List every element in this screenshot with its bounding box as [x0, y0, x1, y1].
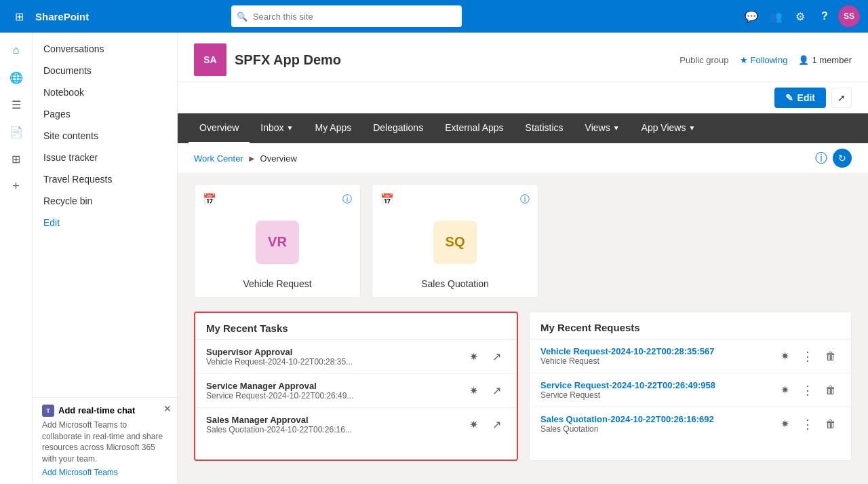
task-external-button-1[interactable]: ↗ — [487, 381, 506, 401]
site-header-right: Public group ★ Following 👤 1 member — [679, 55, 852, 65]
breadcrumb-info-icon[interactable]: ⓘ — [815, 150, 827, 166]
sidebar-item-site-contents[interactable]: Site contents — [33, 125, 177, 147]
settings-icon: ⚙ — [795, 10, 805, 23]
following-label: Following — [751, 55, 788, 65]
plus-icon-button[interactable]: + — [4, 174, 28, 198]
doc-icon-button[interactable]: 📄 — [4, 119, 28, 144]
tab-external-apps[interactable]: External Apps — [434, 113, 514, 143]
app-avatar-vr: VR — [256, 221, 299, 264]
social-nav-button[interactable]: 👥 — [765, 5, 787, 27]
sidebar-edit-link[interactable]: Edit — [33, 212, 177, 234]
task-external-button-0[interactable]: ↗ — [487, 348, 506, 367]
site-title: SPFX App Demo — [235, 52, 341, 68]
grid-icon-button[interactable]: ⊞ — [8, 5, 30, 27]
info-icon-sq[interactable]: ⓘ — [520, 193, 530, 206]
request-delete-button-1[interactable]: 🗑 — [821, 381, 840, 400]
task-item-text-2: Sales Manager Approval Sales Quotation-2… — [206, 415, 352, 434]
tab-delegations[interactable]: Delegations — [362, 113, 434, 143]
request-menu-button-1[interactable]: ⋮ — [798, 381, 817, 400]
tab-my-apps[interactable]: My Apps — [304, 113, 363, 143]
request-menu-icon-2: ⋮ — [802, 417, 814, 432]
teams-add-link[interactable]: Add Microsoft Teams — [42, 468, 118, 477]
task-gear-button-2[interactable]: ✷ — [464, 415, 483, 434]
gear-task-icon-2: ✷ — [469, 418, 478, 431]
request-link-1[interactable]: Service Request-2024-10-22T00:26:49:958 — [540, 380, 715, 390]
request-delete-button-0[interactable]: 🗑 — [821, 347, 840, 366]
breadcrumb-bar: Work Center ► Overview ⓘ ↻ — [178, 143, 868, 173]
app-card-vehicle-request[interactable]: 📅 ⓘ VR Vehicle Request — [194, 184, 361, 298]
expand-button[interactable]: ➚ — [831, 88, 852, 108]
tab-app-views[interactable]: App Views ▼ — [631, 113, 707, 143]
request-gear-icon-1: ✷ — [781, 384, 789, 396]
teams-notification: ✕ T Add real-time chat Add Microsoft Tea… — [33, 397, 177, 484]
edit-area: ✎ Edit ➚ — [178, 82, 868, 113]
request-gear-button-0[interactable]: ✷ — [775, 347, 794, 366]
sidebar-item-travel-requests[interactable]: Travel Requests — [33, 168, 177, 190]
sidebar-item-documents[interactable]: Documents — [33, 60, 177, 81]
breadcrumb-parent-link[interactable]: Work Center — [194, 153, 243, 164]
task-gear-button-1[interactable]: ✷ — [464, 381, 483, 401]
request-gear-button-2[interactable]: ✷ — [775, 415, 794, 434]
task-value-2: Sales Quotation-2024-10-22T00:26:16... — [206, 425, 352, 434]
teams-icon: T — [42, 405, 54, 417]
home-icon-button[interactable]: ⌂ — [4, 38, 28, 62]
tab-views[interactable]: Views ▼ — [574, 113, 631, 143]
grid-icon: ⊞ — [15, 10, 24, 23]
sidebar-item-issue-tracker[interactable]: Issue tracker — [33, 147, 177, 168]
task-item-1: Service Manager Approval Service Request… — [195, 374, 517, 408]
app-card-title-sq: Sales Quotation — [421, 278, 489, 289]
app-card-sales-quotation[interactable]: 📅 ⓘ SQ Sales Quotation — [372, 184, 538, 298]
request-menu-button-2[interactable]: ⋮ — [798, 415, 817, 434]
nav-right: 💬 👥 ⚙ ? SS — [741, 5, 860, 27]
request-actions-2: ✷ ⋮ 🗑 — [775, 415, 840, 434]
list-icon-button[interactable]: ☰ — [4, 92, 28, 117]
chat-nav-button[interactable]: 💬 — [741, 5, 762, 27]
search-icon: 🔍 — [237, 12, 248, 22]
grid-left-icon-button[interactable]: ⊞ — [4, 147, 28, 171]
member-count: 1 member — [812, 55, 852, 65]
request-item-1: Service Request-2024-10-22T00:26:49:958 … — [530, 373, 851, 407]
recent-tasks-panel: My Recent Tasks Supervisor Approval Vehi… — [194, 312, 518, 461]
search-input[interactable] — [231, 5, 462, 27]
request-link-0[interactable]: Vehicle Request-2024-10-22T00:28:35:567 — [540, 346, 715, 356]
task-external-button-2[interactable]: ↗ — [487, 415, 506, 434]
app-card-top-sq: 📅 ⓘ — [380, 193, 530, 206]
tab-bar: Overview Inbox ▼ My Apps Delegations Ext… — [178, 113, 868, 143]
request-menu-button-0[interactable]: ⋮ — [798, 347, 817, 366]
sidebar-item-recycle-bin[interactable]: Recycle bin — [33, 190, 177, 212]
help-nav-button[interactable]: ? — [814, 5, 835, 27]
request-delete-button-2[interactable]: 🗑 — [821, 415, 840, 434]
user-avatar[interactable]: SS — [838, 5, 860, 27]
teams-close-button[interactable]: ✕ — [163, 403, 172, 414]
info-icon-vr[interactable]: ⓘ — [342, 193, 352, 206]
task-item-2: Sales Manager Approval Sales Quotation-2… — [195, 408, 517, 441]
sidebar-item-pages[interactable]: Pages — [33, 103, 177, 125]
tab-statistics[interactable]: Statistics — [515, 113, 574, 143]
app-cards: 📅 ⓘ VR Vehicle Request 📅 ⓘ SQ Sales Quot… — [194, 184, 852, 298]
panels-row: My Recent Tasks Supervisor Approval Vehi… — [194, 312, 852, 461]
request-link-2[interactable]: Sales Quotation-2024-10-22T00:26:16:692 — [540, 414, 714, 424]
tab-overview[interactable]: Overview — [189, 113, 250, 143]
task-gear-button-0[interactable]: ✷ — [464, 348, 483, 367]
following-button[interactable]: ★ Following — [740, 55, 788, 65]
top-nav: ⊞ SharePoint 🔍 💬 👥 ⚙ ? SS — [0, 0, 868, 33]
task-item-text-1: Service Manager Approval Service Request… — [206, 381, 353, 401]
sidebar-item-conversations[interactable]: Conversations — [33, 38, 177, 60]
site-logo: SA — [194, 43, 226, 76]
list-icon: ☰ — [12, 98, 21, 111]
settings-nav-button[interactable]: ⚙ — [789, 5, 811, 27]
sidebar-item-notebook[interactable]: Notebook — [33, 81, 177, 103]
views-chevron-icon: ▼ — [613, 124, 620, 132]
globe-icon-button[interactable]: 🌐 — [4, 65, 28, 90]
request-sub-1: Service Request — [540, 390, 715, 400]
sharepoint-logo[interactable]: SharePoint — [35, 11, 89, 22]
request-gear-button-1[interactable]: ✷ — [775, 381, 794, 400]
tab-inbox[interactable]: Inbox ▼ — [250, 113, 304, 143]
breadcrumb-refresh-button[interactable]: ↻ — [833, 149, 852, 168]
edit-button[interactable]: ✎ Edit — [774, 88, 826, 108]
left-icon-bar: ⌂ 🌐 ☰ 📄 ⊞ + — [0, 33, 33, 484]
breadcrumb-current: Overview — [260, 153, 297, 164]
request-gear-icon-2: ✷ — [781, 417, 789, 430]
calendar-icon-sq: 📅 — [380, 193, 394, 206]
teams-header-label: Add real-time chat — [58, 405, 135, 415]
